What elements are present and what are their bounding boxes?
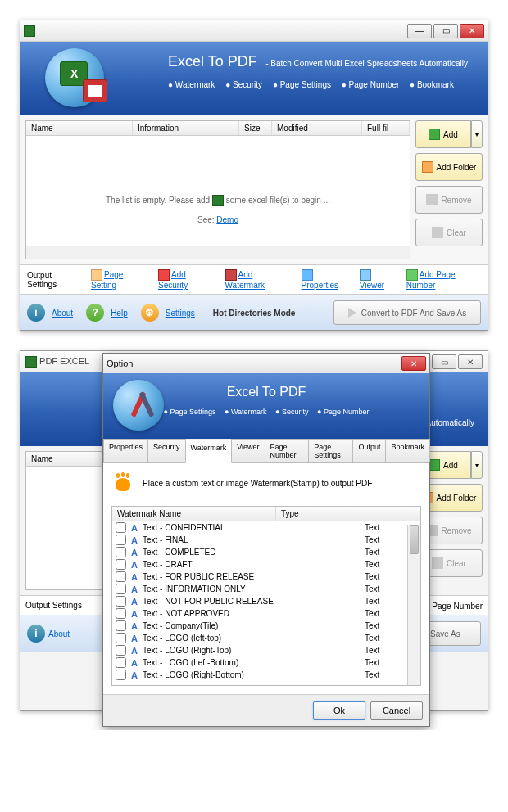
watermark-checkbox[interactable] <box>116 584 126 594</box>
watermark-row[interactable]: AText - Company(Tile)Text <box>112 620 420 632</box>
bg-maximize-button[interactable]: ▭ <box>432 354 456 369</box>
watermark-name: Text - INFORMATION ONLY <box>143 584 365 593</box>
tab-output[interactable]: Output <box>352 439 386 462</box>
col-fullfile[interactable]: Full fil <box>362 121 410 135</box>
cancel-button[interactable]: Cancel <box>370 701 423 720</box>
watermark-name: Text - NOT FOR PUBLIC RELEASE <box>143 597 365 606</box>
maximize-button[interactable]: ▭ <box>433 24 458 38</box>
watermark-checkbox[interactable] <box>116 633 126 643</box>
dialog-title: Option <box>107 359 133 368</box>
tab-watermark[interactable]: Watermark <box>185 440 233 463</box>
remove-button[interactable]: Remove <box>415 186 483 214</box>
convert-button[interactable]: Convert to PDF And Save As <box>333 300 481 325</box>
about-icon: i <box>27 304 45 322</box>
watermark-row[interactable]: AText - LOGO (Left-Bottom)Text <box>112 656 420 669</box>
bg-add-dropdown[interactable]: ▾ <box>471 451 483 479</box>
tab-page-number[interactable]: Page Number <box>265 439 310 462</box>
col-watermark-name[interactable]: Watermark Name <box>112 507 276 521</box>
dialog-tabs: Properties Security Watermark Viewer Pag… <box>103 439 429 463</box>
col-watermark-type[interactable]: Type <box>276 507 420 521</box>
watermark-name: Text - COMPLETED <box>143 548 365 557</box>
help-link[interactable]: Help <box>111 309 128 318</box>
tab-viewer[interactable]: Viewer <box>231 439 265 462</box>
watermark-name: Text - LOGO (left-top) <box>143 634 365 643</box>
banner-subtitle: - Batch Convert Multi Excel Spreadsheets… <box>265 59 468 68</box>
tab-properties[interactable]: Properties <box>103 439 148 462</box>
banner-tags: Watermark Security Page Settings Page Nu… <box>168 80 471 89</box>
watermark-checkbox[interactable] <box>116 620 126 631</box>
watermark-row[interactable]: AText - NOT APPROVEDText <box>112 607 420 620</box>
add-button[interactable]: Add <box>415 120 471 148</box>
text-a-icon: A <box>129 535 139 545</box>
watermark-row[interactable]: AText - INFORMATION ONLYText <box>112 583 420 595</box>
list-header: Name Information Size Modified Full fil <box>26 121 410 136</box>
add-dropdown[interactable]: ▾ <box>471 120 483 148</box>
watermark-row[interactable]: AText - FOR PUBLIC RELEASEText <box>112 571 420 583</box>
page-setting-icon <box>91 269 102 281</box>
demo-link[interactable]: Demo <box>216 215 238 224</box>
watermark-checkbox[interactable] <box>116 547 126 557</box>
watermark-checkbox[interactable] <box>116 670 126 680</box>
tab-bookmark[interactable]: Bookmark <box>385 439 430 462</box>
col-name[interactable]: Name <box>26 121 133 135</box>
watermark-name: Text - Company(Tile) <box>143 621 365 630</box>
bg-about-link[interactable]: About <box>48 629 70 638</box>
horizontal-scrollbar[interactable] <box>26 246 410 259</box>
watermark-row[interactable]: AText - COMPLETEDText <box>112 546 420 558</box>
watermark-checkbox[interactable] <box>116 596 126 607</box>
close-button[interactable]: ✕ <box>460 24 484 38</box>
folder-icon <box>422 161 433 173</box>
watermark-checkbox[interactable] <box>116 571 126 582</box>
text-a-icon: A <box>129 621 139 631</box>
watermark-checkbox[interactable] <box>116 645 126 656</box>
tab-page-settings[interactable]: Page Settings <box>308 439 353 462</box>
watermark-row[interactable]: AText - LOGO (left-top)Text <box>112 632 420 644</box>
add-icon <box>429 129 440 140</box>
watermark-checkbox[interactable] <box>116 522 126 533</box>
watermark-row[interactable]: AText - NOT FOR PUBLIC RELEASEText <box>112 595 420 607</box>
minimize-button[interactable]: — <box>407 24 432 38</box>
titlebar: — ▭ ✕ <box>20 20 488 42</box>
tab-security[interactable]: Security <box>147 439 186 462</box>
col-modified[interactable]: Modified <box>272 121 362 135</box>
watermark-checkbox[interactable] <box>116 535 126 545</box>
watermark-name: Text - CONFIDENTIAL <box>143 523 365 532</box>
security-icon <box>158 269 170 281</box>
dialog-titlebar: Option ✕ <box>103 354 429 373</box>
app-small-icon <box>24 25 35 37</box>
watermark-row[interactable]: AText - LOGO (Right-Top)Text <box>112 644 420 656</box>
properties-link[interactable]: Properties <box>302 281 339 290</box>
dialog-close-button[interactable]: ✕ <box>401 356 426 371</box>
text-a-icon: A <box>129 670 139 680</box>
hot-mode-label[interactable]: Hot Directories Mode <box>213 309 296 318</box>
watermark-row[interactable]: AText - LOGO (Right-Bottom)Text <box>112 669 420 681</box>
viewer-link[interactable]: Viewer <box>360 281 384 290</box>
excel-icon <box>212 195 224 206</box>
watermark-row[interactable]: AText - CONFIDENTIALText <box>112 521 420 534</box>
settings-link[interactable]: Settings <box>166 309 195 318</box>
viewer-icon <box>360 269 371 281</box>
bg-close-button[interactable]: ✕ <box>458 354 483 369</box>
watermark-icon <box>225 269 237 281</box>
foot-icon <box>111 471 134 494</box>
ok-button[interactable]: Ok <box>313 701 365 720</box>
watermark-checkbox[interactable] <box>116 657 126 668</box>
watermark-row[interactable]: AText - DRAFTText <box>112 558 420 571</box>
app-small-icon <box>25 356 37 368</box>
watermark-checkbox[interactable] <box>116 559 126 570</box>
watermark-checkbox[interactable] <box>116 608 126 619</box>
watermark-tab-body: Place a custom text or image Watermark(S… <box>103 463 429 694</box>
clear-button[interactable]: Clear <box>415 219 483 246</box>
clear-icon <box>432 557 443 569</box>
about-link[interactable]: About <box>52 309 73 318</box>
page-number-icon <box>406 269 418 281</box>
bottom-bar: iAbout ?Help ⚙Settings Hot Directories M… <box>20 295 488 330</box>
watermark-intro: Place a custom text or image Watermark(S… <box>143 479 372 488</box>
add-folder-button[interactable]: Add Folder <box>415 153 483 181</box>
vertical-scrollbar[interactable] <box>407 525 420 685</box>
col-info[interactable]: Information <box>133 121 239 135</box>
banner-title: Excel To PDF <box>168 53 257 70</box>
col-size[interactable]: Size <box>239 121 272 135</box>
watermark-row[interactable]: AText - FINALText <box>112 534 420 546</box>
arrow-icon <box>348 308 356 318</box>
